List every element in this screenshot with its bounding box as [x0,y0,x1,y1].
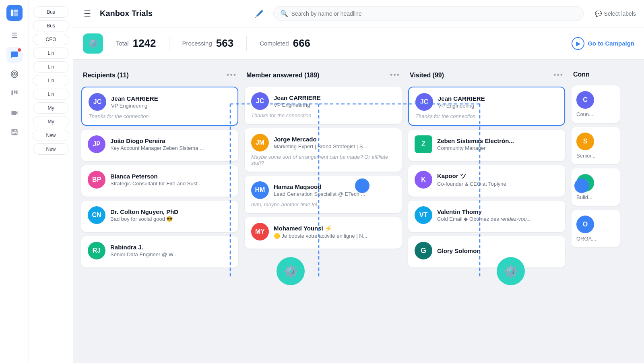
label-chip[interactable]: Lin [33,61,69,73]
avatar-p2: S [576,133,594,150]
completed-label: Completed [260,40,289,47]
person-title: Cold Email ◆ Obtenez des rendez-vou... [437,216,531,222]
label-chip[interactable]: Lin [33,89,69,100]
search-input[interactable] [291,10,577,17]
person-name: Jean CARRIERE [274,94,321,101]
app-title: Kanbox Trials [100,9,248,18]
column-title-visited: Visited (99) [410,72,444,79]
card-colton[interactable]: CN Dr. Colton Nguyen, PhD Bad boy for so… [81,201,238,232]
column-menu-member-answered[interactable]: ••• [390,71,400,79]
card-message: Thanks for the connection [89,113,231,119]
column-header-visited: Visited (99) ••• [408,68,565,83]
card-rabindra[interactable]: RJ Rabindra J. Senior Data Engineer @ W.… [81,236,238,268]
label-chip[interactable]: Bus [33,20,69,31]
stats-bar: ⚙️ Total 1242 Processing 563 Completed 6… [73,27,644,60]
partial-card-3[interactable]: B Build... [572,168,620,206]
go-campaign-button[interactable]: ▶ Go to Campaign [572,37,634,50]
label-chip[interactable]: New [33,143,69,155]
avatar-rabindra: RJ [88,242,105,259]
go-campaign-label: Go to Campaign [588,40,634,47]
card-jean-3[interactable]: JC Jean CARRIERE VP Engineering Thanks f… [408,87,565,126]
person-title: Marketing Expert | Brand Strategist | S.… [274,143,367,149]
label-chip[interactable]: Lin [33,48,69,59]
svg-point-5 [14,73,15,75]
column-header-member-answered: Member answered (189) ••• [245,68,402,83]
person-title: Strategic Consultant for Fire and Sust..… [110,180,202,187]
column-menu-recipients[interactable]: ••• [227,71,237,79]
stats-gear-icon: ⚙️ [83,33,103,54]
person-name: Valentin Thomy [437,208,531,215]
svg-rect-1 [14,10,18,12]
person-name: Bianca Peterson [110,173,202,180]
card-kapoor[interactable]: K Kapoor ツ Co-founder & CEO at Toplyne [408,165,565,197]
svg-rect-2 [14,13,18,16]
person-title: Key Account Manager Zeben Sistema ... [110,145,204,151]
label-chip[interactable]: New [33,130,69,141]
person-title: VP Engineering [274,102,321,108]
completed-stat: Completed 666 [260,37,310,50]
avatar-colton: CN [88,206,105,224]
hamburger-icon[interactable]: ☰ [81,6,93,21]
person-title: Co-founder & CEO at Toplyne [437,181,506,187]
person-title: Senior Data Engineer @ W... [110,251,178,257]
partial-card-2[interactable]: S Senior... [572,127,620,164]
avatar-jorge: JM [251,134,269,151]
person-title: Senior... [576,153,615,159]
card-hamza[interactable]: HM Hamza Maqsood Lead Generation Special… [245,176,402,213]
card-jorge[interactable]: JM Jorge Mercado Marketing Expert | Bran… [245,128,402,172]
label-chip[interactable]: My [33,116,69,127]
card-joao[interactable]: JP João Diogo Pereira Key Account Manage… [81,130,238,161]
sidebar-messages-icon[interactable] [6,47,23,63]
card-valentin[interactable]: VT Valentin Thomy Cold Email ◆ Obtenez d… [408,201,565,232]
column-menu-visited[interactable]: ••• [553,71,564,79]
person-title: Bad boy for social good 😎 [110,216,178,222]
avatar-kapoor: K [415,171,432,189]
column-visited: Visited (99) ••• JC Jean CARRIERE VP Eng… [408,68,565,355]
person-name: Jorge Mercado [274,136,367,143]
person-name: Dr. Colton Nguyen, PhD [110,208,178,215]
label-chip[interactable]: Lin [33,75,69,86]
column-member-answered: Member answered (189) ••• JC Jean CARRIE… [245,68,402,355]
sidebar-kanban-icon[interactable] [6,85,23,102]
person-title: Community Manager [437,145,514,151]
column-title-recipients: Recipients (11) [83,72,129,79]
sidebar-notes-icon[interactable] [6,124,23,140]
label-chip[interactable]: Bus [33,6,69,18]
avatar-hamza: HM [251,181,269,199]
person-name: Glory Solomon [437,247,481,254]
main-content: ☰ Kanbox Trials 🖊️ 🔍 💬 Select labels ⚙️ … [73,0,644,363]
sidebar-menu-icon[interactable]: ☰ [6,27,23,44]
card-mohamed[interactable]: MY Mohamed Younsi ⚡ 🟡 Je booste votre ac… [245,217,402,249]
card-glory[interactable]: G Glory Solomon [408,236,565,268]
column-header-conn: Conn [572,68,620,81]
sidebar: ☰ [0,0,29,363]
person-name: Mohamed Younsi ⚡ [274,225,367,232]
label-chip[interactable]: CEO [33,34,69,45]
column-header-recipients: Recipients (11) ••• [81,68,238,83]
search-bar[interactable]: 🔍 [273,6,584,21]
avatar-bianca: BP [88,171,105,189]
partial-card-1[interactable]: C Coun... [572,85,620,123]
sidebar-video-icon[interactable] [6,105,23,121]
app-logo[interactable] [6,5,23,21]
svg-rect-0 [10,10,13,17]
card-jean-1[interactable]: JC Jean CARRIERE VP Engineering Thanks f… [81,87,238,126]
processing-label: Processing [182,40,212,47]
avatar-zeben: Z [415,135,432,153]
sidebar-target-icon[interactable] [6,66,23,82]
person-title: Coun... [576,111,615,117]
label-chip[interactable]: My [33,102,69,114]
edit-icon[interactable]: 🖊️ [255,9,264,18]
completed-value: 666 [293,37,310,50]
avatar-glory: G [415,242,432,259]
card-message: Thanks for the connection [415,113,558,119]
card-zeben[interactable]: Z Zeben Sistemas Electrón... Community M… [408,130,565,161]
partial-card-4[interactable]: O ORGA... [572,210,620,247]
svg-rect-7 [14,91,15,94]
select-labels-button[interactable]: 💬 Select labels [595,10,636,17]
processing-stat: Processing 563 [182,37,234,50]
avatar-p1: C [576,91,594,109]
person-title: Build... [576,194,615,200]
card-jean-2[interactable]: JC Jean CARRIERE VP Engineering Thanks f… [245,87,402,124]
card-bianca[interactable]: BP Bianca Peterson Strategic Consultant … [81,165,238,197]
